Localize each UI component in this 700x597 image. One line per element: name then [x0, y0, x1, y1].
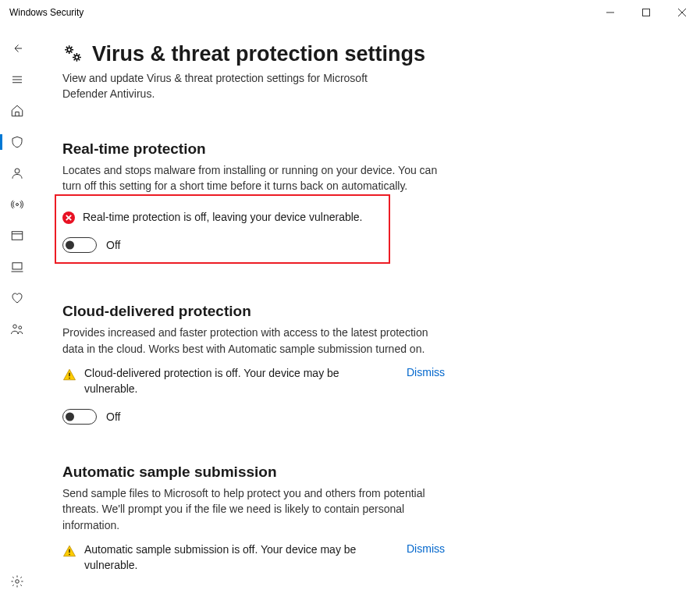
highlight-box: Real-time protection is off, leaving you…	[55, 194, 390, 265]
svg-point-17	[67, 48, 71, 52]
nav-firewall[interactable]	[0, 189, 34, 220]
maximize-button[interactable]	[628, 0, 664, 25]
warning-icon	[62, 368, 76, 384]
section-desc: Provides increased and faster protection…	[62, 325, 445, 357]
warning-text: Cloud-delivered protection is off. Your …	[84, 366, 393, 396]
settings-gears-icon	[62, 43, 83, 66]
main-content: Virus & threat protection settings View …	[34, 25, 700, 597]
realtime-warning: Real-time protection is off, leaving you…	[62, 210, 382, 226]
nav-app-browser-control[interactable]	[0, 220, 34, 251]
toggle-label: Off	[106, 239, 120, 251]
back-button[interactable]	[0, 33, 34, 64]
warning-text: Automatic sample submission is off. Your…	[84, 542, 393, 573]
nav-family-options[interactable]	[0, 314, 34, 345]
dismiss-link[interactable]: Dismiss	[407, 542, 445, 555]
dismiss-link[interactable]: Dismiss	[407, 366, 445, 378]
section-realtime: Real-time protection Locates and stops m…	[62, 140, 445, 264]
close-button[interactable]	[664, 0, 700, 25]
svg-point-14	[13, 325, 17, 329]
nav-device-security[interactable]	[0, 251, 34, 283]
section-cloud: Cloud-delivered protection Provides incr…	[62, 303, 445, 425]
svg-point-15	[19, 326, 22, 329]
cloud-toggle-row: Off	[62, 409, 445, 425]
svg-rect-12	[12, 263, 22, 269]
svg-rect-10	[12, 232, 23, 240]
svg-point-9	[16, 204, 19, 206]
toggle-label: Off	[106, 410, 120, 423]
warning-text: Real-time protection is off, leaving you…	[83, 210, 382, 226]
svg-point-16	[16, 580, 20, 584]
svg-rect-1	[643, 9, 650, 16]
error-icon	[62, 211, 75, 224]
nav-settings[interactable]	[0, 566, 34, 597]
section-desc: Send sample files to Microsoft to help p…	[62, 485, 445, 533]
titlebar: Windows Security	[0, 0, 700, 25]
section-title: Automatic sample submission	[62, 464, 445, 481]
section-title: Real-time protection	[62, 140, 445, 158]
window-title: Windows Security	[9, 7, 84, 18]
sidebar	[0, 25, 34, 597]
nav-account-protection[interactable]	[0, 158, 34, 189]
window-controls	[592, 0, 700, 25]
warning-icon	[62, 544, 76, 560]
nav-device-performance[interactable]	[0, 283, 34, 314]
section-sample: Automatic sample submission Send sample …	[62, 464, 445, 573]
page-subtitle: View and update Virus & threat protectio…	[62, 71, 406, 101]
page-header: Virus & threat protection settings	[62, 42, 669, 66]
cloud-toggle[interactable]	[62, 409, 97, 425]
svg-point-26	[69, 554, 70, 556]
svg-point-23	[69, 378, 70, 379]
minimize-button[interactable]	[592, 0, 628, 25]
menu-button[interactable]	[0, 64, 34, 95]
cloud-warning: Cloud-delivered protection is off. Your …	[62, 366, 445, 396]
nav-home[interactable]	[0, 95, 34, 126]
realtime-toggle[interactable]	[62, 237, 97, 253]
svg-point-8	[15, 169, 20, 173]
sample-warning: Automatic sample submission is off. Your…	[62, 542, 445, 573]
section-desc: Locates and stops malware from installin…	[62, 162, 445, 194]
realtime-toggle-row: Off	[62, 237, 382, 253]
page-title: Virus & threat protection settings	[92, 42, 425, 66]
nav-virus-protection[interactable]	[0, 126, 34, 158]
section-title: Cloud-delivered protection	[62, 303, 445, 320]
svg-point-18	[75, 55, 79, 59]
